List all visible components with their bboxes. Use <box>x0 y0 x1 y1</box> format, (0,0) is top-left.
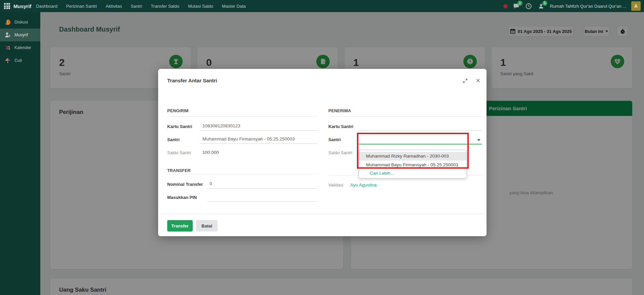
nav-item-santri[interactable]: Santri <box>131 4 142 9</box>
receiver-kartu-label: Kartu Santri <box>328 124 359 129</box>
expand-button[interactable] <box>461 77 469 84</box>
status-dot-icon <box>503 4 508 8</box>
expand-icon <box>463 78 468 83</box>
receiver-kartu-row: Kartu Santri <box>328 120 482 133</box>
sender-santri-input[interactable] <box>200 135 317 144</box>
receiver-santri-select[interactable] <box>359 135 482 144</box>
chat-button[interactable]: 2 <box>513 2 520 10</box>
sidebar-item-label: Cuti <box>14 58 22 63</box>
validasi-label: Validasi <box>328 182 350 187</box>
cancel-button[interactable]: Batal <box>196 220 218 231</box>
apps-grid-icon[interactable] <box>4 3 10 9</box>
sidebar-item-musyrif[interactable]: Musyrif <box>0 29 40 41</box>
receiver-santri-row: Santri <box>328 133 482 146</box>
transfer-modal: Transfer Antar Santri × PENGIRIM Kartu S… <box>158 69 487 236</box>
sender-santri-label: Santri <box>167 137 200 142</box>
nominal-row: Nominal Transfer <box>167 178 317 191</box>
santri-dropdown: Muhammad Rizky Ramadhan - 2030-003 Muham… <box>359 150 467 178</box>
sender-saldo-label: Saldo Santri <box>167 150 200 155</box>
sender-column: PENGIRIM Kartu Santri Santri Saldo Santr… <box>167 109 317 204</box>
umbrella-icon <box>4 57 11 64</box>
dropdown-option[interactable]: Muhammad Bayu Firmansyah - 05.25.250003 <box>359 161 466 169</box>
navbar-right: 2 5 Rumah Tahfizh Qur'an Daarul Qur'an .… <box>503 0 641 12</box>
nav-item-master-data[interactable]: Master Data <box>222 4 246 9</box>
transfer-section-heading: TRANSFER <box>167 168 317 174</box>
nav-links: Dashboard Perizinan Santri Aktivitas San… <box>36 4 246 9</box>
chevron-down-icon <box>477 139 480 141</box>
nav-item-mutasi-saldo[interactable]: Mutasi Saldo <box>188 4 213 9</box>
sender-santri-row: Santri <box>167 133 317 146</box>
sender-section-heading: PENGIRIM <box>167 109 317 117</box>
person-icon <box>4 31 11 39</box>
sender-kartu-row: Kartu Santri <box>167 120 317 133</box>
sidebar-item-label: Musyrif <box>14 33 28 37</box>
sidebar: Diskusi Musyrif 31 Kalender Cuti <box>0 12 40 295</box>
sender-saldo-value: 100.000 <box>200 149 317 157</box>
calendar-31-icon: 31 <box>4 44 11 51</box>
pin-input[interactable] <box>207 193 317 202</box>
footer-divider <box>158 214 487 214</box>
sidebar-item-diskusi[interactable]: Diskusi <box>0 16 40 29</box>
nav-item-transfer-saldo[interactable]: Transfer Saldo <box>151 4 179 9</box>
validasi-row: Validasi Ayu Agustina <box>328 178 377 192</box>
receiver-section-heading: PENERIMA <box>328 109 482 117</box>
nav-item-perizinan-santri[interactable]: Perizinan Santri <box>66 4 97 9</box>
nominal-label: Nominal Transfer <box>167 182 207 187</box>
receiver-saldo-label: Saldo Santri <box>328 150 359 155</box>
chat-bubble-icon <box>4 18 11 26</box>
chat-badge: 2 <box>517 1 522 6</box>
notification-badge: 5 <box>542 1 547 6</box>
notifications-button[interactable]: 5 <box>538 2 545 10</box>
history-button[interactable] <box>525 2 533 10</box>
account-name[interactable]: Rumah Tahfizh Qur'an Daarul Qur'an ... <box>550 4 626 9</box>
close-icon: × <box>476 77 480 84</box>
sender-kartu-input[interactable] <box>200 122 317 131</box>
receiver-santri-label: Santri <box>328 137 359 142</box>
brand-title: Musyrif <box>13 3 31 9</box>
nav-item-aktivitas[interactable]: Aktivitas <box>106 4 122 9</box>
dropdown-more-option[interactable]: Cari Lebih... <box>359 169 466 178</box>
pin-row: Masukkan PIN <box>167 191 317 204</box>
nominal-input[interactable] <box>207 180 317 188</box>
modal-title: Transfer Antar Santri <box>167 78 217 83</box>
sender-kartu-label: Kartu Santri <box>167 124 200 129</box>
dropdown-option[interactable]: Muhammad Rizky Ramadhan - 2030-003 <box>359 152 466 161</box>
transfer-submit-button[interactable]: Transfer <box>167 220 193 231</box>
sidebar-item-label: Kalender <box>14 45 31 50</box>
validasi-value[interactable]: Ayu Agustina <box>350 182 377 187</box>
receiver-kartu-input[interactable] <box>359 122 482 131</box>
clock-icon <box>525 3 532 9</box>
avatar[interactable]: A <box>631 1 641 11</box>
sidebar-item-kalender[interactable]: 31 Kalender <box>0 41 40 54</box>
nav-item-dashboard[interactable]: Dashboard <box>36 4 57 9</box>
sidebar-item-label: Diskusi <box>14 20 28 25</box>
sender-saldo-row: Saldo Santri 100.000 <box>167 146 317 159</box>
top-navbar: Musyrif Dashboard Perizinan Santri Aktiv… <box>0 0 644 12</box>
sidebar-item-cuti[interactable]: Cuti <box>0 54 40 67</box>
close-button[interactable]: × <box>474 77 482 84</box>
pin-label: Masukkan PIN <box>167 195 207 200</box>
